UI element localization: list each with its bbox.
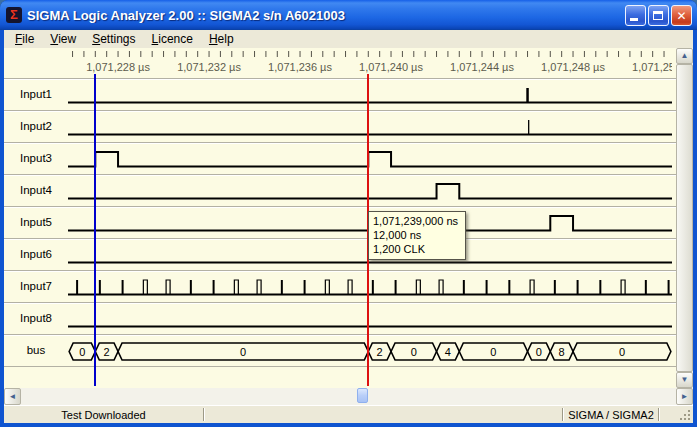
signal-row-input2: Input2 — [4, 110, 676, 142]
tooltip-line: 12,000 ns — [373, 228, 458, 242]
signal-row-bus: bus0202040080 — [4, 334, 676, 366]
waveform-viewport[interactable]: 1,071,228 µs1,071,232 µs1,071,236 µs1,07… — [4, 48, 676, 388]
maximize-icon — [653, 11, 663, 20]
waveform-input8[interactable] — [68, 305, 672, 335]
time-ruler: 1,071,228 µs1,071,232 µs1,071,236 µs1,07… — [68, 48, 672, 78]
bus-value: 8 — [559, 346, 565, 358]
signal-label: Input5 — [4, 207, 68, 238]
maximize-button[interactable] — [648, 5, 669, 26]
scroll-down-button[interactable]: ▼ — [676, 372, 693, 388]
status-device: SIGMA / SIGMA2 — [564, 409, 658, 421]
waveform-input7[interactable] — [68, 273, 672, 303]
time-label: 1,071,232 µs — [177, 61, 241, 73]
waveform-input2[interactable] — [68, 113, 672, 143]
horizontal-scrollbar[interactable]: ◄ ► — [4, 388, 693, 405]
scroll-left-button[interactable]: ◄ — [4, 388, 21, 405]
time-ruler-area: 1,071,228 µs1,071,232 µs1,071,236 µs1,07… — [4, 48, 676, 78]
menu-bar: FileViewSettingsLicenceHelp — [4, 30, 693, 48]
vertical-scroll-thumb[interactable] — [676, 64, 693, 372]
signal-row-input7: Input7 — [4, 270, 676, 302]
waveform-input4[interactable] — [68, 177, 672, 207]
minimize-icon — [630, 18, 638, 21]
pulse — [234, 280, 238, 295]
pulse — [348, 280, 352, 295]
signal-label: Input6 — [4, 239, 68, 270]
status-bar: Test Downloaded SIGMA / SIGMA2 — [4, 405, 693, 423]
bus-value: 0 — [536, 346, 542, 358]
pulse — [621, 280, 625, 295]
pulse — [416, 280, 420, 295]
menu-file[interactable]: File — [7, 31, 42, 48]
signal-row-input1: Input1 — [4, 78, 676, 110]
pulse — [143, 280, 147, 295]
bus-value: 0 — [240, 346, 246, 358]
bus-value: 0 — [411, 346, 417, 358]
bus-value: 0 — [79, 346, 85, 358]
scroll-right-button[interactable]: ► — [676, 388, 693, 405]
vertical-scrollbar[interactable]: ▲ ▼ — [676, 48, 693, 388]
minimize-button[interactable] — [625, 5, 646, 26]
measurement-tooltip: 1,071,239,000 ns12,000 ns1,200 CLK — [368, 211, 466, 260]
resize-grip[interactable] — [688, 418, 690, 420]
horizontal-scroll-thumb[interactable] — [357, 388, 368, 403]
menu-help[interactable]: Help — [201, 31, 242, 48]
signal-label: bus — [4, 335, 68, 366]
status-grip-panel — [660, 406, 693, 423]
signal-rows: Input1Input2Input3Input4Input5Input6Inpu… — [4, 78, 676, 366]
signal-label: Input1 — [4, 79, 68, 110]
signal-row-input5: Input5 — [4, 206, 676, 238]
bus-value: 2 — [104, 346, 110, 358]
time-label: 1,071,228 µs — [86, 61, 150, 73]
app-icon: Σ — [6, 7, 22, 23]
tooltip-line: 1,200 CLK — [373, 242, 458, 256]
time-label: 1,071,248 µs — [541, 61, 605, 73]
signal-row-input3: Input3 — [4, 142, 676, 174]
bus-value: 0 — [619, 346, 625, 358]
pulse — [325, 280, 329, 295]
bus-value: 0 — [490, 346, 496, 358]
signal-label: Input4 — [4, 175, 68, 206]
window-title: SIGMA Logic Analyzer 2.00 :: SIGMA2 s/n … — [27, 8, 625, 23]
digital-trace — [68, 152, 672, 167]
signal-label: Input3 — [4, 143, 68, 174]
signal-label: Input7 — [4, 271, 68, 302]
scroll-up-button[interactable]: ▲ — [676, 48, 693, 64]
waveform-bus[interactable]: 0202040080 — [68, 337, 672, 367]
window-controls: ✕ — [625, 5, 692, 26]
menu-licence[interactable]: Licence — [144, 31, 201, 48]
bus-value: 2 — [377, 346, 383, 358]
pulse — [166, 280, 170, 295]
cursor-blue[interactable] — [94, 74, 96, 386]
app-window: Σ SIGMA Logic Analyzer 2.00 :: SIGMA2 s/… — [0, 0, 697, 427]
digital-trace — [68, 184, 672, 199]
signal-row-input4: Input4 — [4, 174, 676, 206]
menu-view[interactable]: View — [42, 31, 84, 48]
time-label: 1,071,252 µs — [632, 61, 672, 73]
close-icon: ✕ — [672, 7, 691, 25]
title-bar: Σ SIGMA Logic Analyzer 2.00 :: SIGMA2 s/… — [0, 0, 697, 30]
pulse — [439, 280, 443, 295]
waveform-input3[interactable] — [68, 145, 672, 175]
waveform-input1[interactable] — [68, 81, 672, 111]
signal-label: Input8 — [4, 303, 68, 334]
tooltip-line: 1,071,239,000 ns — [373, 214, 458, 228]
signal-label: Input2 — [4, 111, 68, 142]
menu-settings[interactable]: Settings — [84, 31, 143, 48]
pulse — [530, 280, 534, 295]
horizontal-scroll-track[interactable] — [21, 388, 676, 405]
time-label: 1,071,236 µs — [268, 61, 332, 73]
pulse — [257, 280, 261, 295]
vertical-scroll-track[interactable] — [676, 64, 693, 372]
signal-row-input6: Input6 — [4, 238, 676, 270]
status-message: Test Downloaded — [4, 409, 203, 421]
status-separator — [203, 408, 205, 421]
time-label: 1,071,240 µs — [359, 61, 423, 73]
close-button[interactable]: ✕ — [671, 5, 692, 26]
bus-value: 4 — [445, 346, 451, 358]
signal-row-input8: Input8 — [4, 302, 676, 334]
time-label: 1,071,244 µs — [450, 61, 514, 73]
